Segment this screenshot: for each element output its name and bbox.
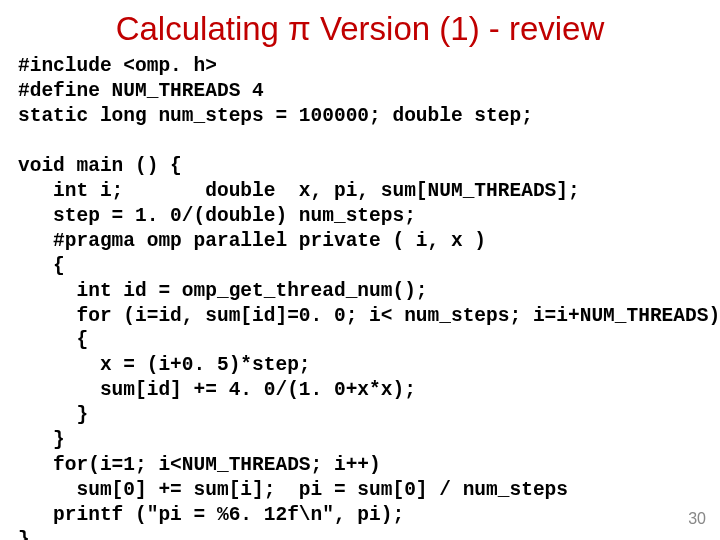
- code-line: void main () {: [18, 155, 182, 177]
- code-line: int i; double x, pi, sum[NUM_THREADS];: [18, 180, 580, 202]
- code-line: sum[0] += sum[i]; pi = sum[0] / num_step…: [18, 479, 568, 501]
- page-number: 30: [688, 510, 706, 528]
- code-line: {: [18, 255, 65, 277]
- code-block: #include <omp. h> #define NUM_THREADS 4 …: [18, 54, 702, 540]
- code-line: }: [18, 429, 65, 451]
- code-line: }: [18, 529, 30, 540]
- code-line: #pragma omp parallel private ( i, x ): [18, 230, 486, 252]
- slide: Calculating π Version (1) - review #incl…: [0, 0, 720, 540]
- code-line: sum[id] += 4. 0/(1. 0+x*x);: [18, 379, 416, 401]
- code-line: }: [18, 404, 88, 426]
- code-line: for (i=id, sum[id]=0. 0; i< num_steps; i…: [18, 305, 720, 327]
- code-line: int id = omp_get_thread_num();: [18, 280, 428, 302]
- code-line: {: [18, 329, 88, 351]
- code-line: printf ("pi = %6. 12f\n", pi);: [18, 504, 404, 526]
- code-line: #include <omp. h>: [18, 55, 217, 77]
- code-line: step = 1. 0/(double) num_steps;: [18, 205, 416, 227]
- code-line: #define NUM_THREADS 4: [18, 80, 264, 102]
- code-line: x = (i+0. 5)*step;: [18, 354, 311, 376]
- code-line: static long num_steps = 100000; double s…: [18, 105, 533, 127]
- code-line: for(i=1; i<NUM_THREADS; i++): [18, 454, 381, 476]
- slide-title: Calculating π Version (1) - review: [18, 10, 702, 48]
